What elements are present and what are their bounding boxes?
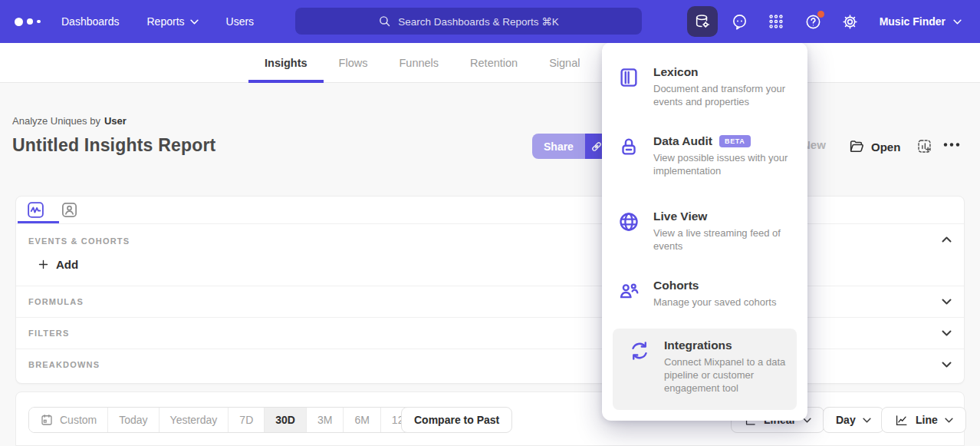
menu-item-integrations[interactable]: Integrations Connect Mixpanel to a data …	[628, 339, 792, 395]
breadcrumb: Analyze Uniques byUser	[12, 115, 127, 127]
tab-funnels[interactable]: Funnels	[399, 43, 439, 83]
add-event-button[interactable]: Add	[38, 258, 78, 271]
project-switcher[interactable]: Music Finder	[880, 0, 962, 43]
add-to-dashboard-button[interactable]	[916, 138, 932, 154]
plus-icon	[38, 259, 49, 270]
section-filters[interactable]: FILTERS	[16, 317, 964, 349]
builder-view-tabs	[16, 197, 964, 224]
interval-dropdown[interactable]: Day	[823, 407, 884, 433]
range-30d[interactable]: 30D	[264, 408, 306, 432]
menu-item-cohorts[interactable]: Cohorts Manage your saved cohorts	[617, 279, 792, 309]
navbar-icon-group	[687, 6, 865, 37]
profiles-view-tab[interactable]	[59, 200, 79, 220]
data-management-button[interactable]	[687, 6, 718, 37]
range-yesterday[interactable]: Yesterday	[159, 408, 229, 432]
help-button[interactable]	[797, 6, 828, 37]
screen: Dashboards Reports Users Search Dashboar…	[0, 0, 980, 446]
settings-gear-icon	[841, 13, 859, 31]
section-breakdowns[interactable]: BREAKDOWNS	[16, 349, 964, 380]
section-header: EVENTS & COHORTS	[28, 236, 130, 246]
chevron-down-icon	[942, 362, 952, 368]
data-audit-lock-icon	[617, 134, 640, 177]
more-options-button[interactable]	[942, 141, 961, 148]
date-range-segmented: Custom Today Yesterday 7D 30D 3M 6M 12M	[28, 407, 424, 433]
share-group: Share	[532, 134, 609, 159]
chevron-down-icon	[945, 418, 953, 423]
integrations-sync-icon	[628, 339, 651, 395]
tab-insights[interactable]: Insights	[265, 43, 307, 83]
range-custom[interactable]: Custom	[29, 408, 107, 432]
primary-nav: Dashboards Reports Users	[61, 0, 254, 43]
insights-chart-icon	[26, 200, 45, 220]
search-placeholder: Search Dashboards & Reports ⌘K	[398, 15, 558, 28]
folder-icon	[848, 138, 865, 155]
page-title[interactable]: Untitled Insights Report	[12, 135, 215, 156]
feedback-button[interactable]	[724, 6, 755, 37]
range-today[interactable]: Today	[107, 408, 158, 432]
tab-signal[interactable]: Signal	[549, 43, 580, 83]
menu-item-data-audit[interactable]: Data Audit BETA View possible issues wit…	[617, 134, 792, 177]
chevron-down-icon	[190, 19, 199, 25]
menu-item-lexicon[interactable]: Lexicon Document and transform your even…	[617, 65, 792, 108]
search-icon	[378, 15, 391, 28]
nav-reports[interactable]: Reports	[147, 15, 199, 28]
range-7d[interactable]: 7D	[228, 408, 264, 432]
chart-controls-card: Custom Today Yesterday 7D 30D 3M 6M 12M …	[15, 391, 965, 446]
chevron-down-icon	[863, 418, 871, 423]
nav-users[interactable]: Users	[226, 15, 255, 28]
range-6m[interactable]: 6M	[343, 408, 380, 432]
range-3m[interactable]: 3M	[306, 408, 343, 432]
share-button[interactable]: Share	[532, 134, 585, 159]
profile-icon	[61, 201, 78, 219]
top-navbar: Dashboards Reports Users Search Dashboar…	[0, 0, 980, 43]
feedback-bubble-icon	[731, 13, 748, 31]
chart-type-dropdown[interactable]: Line	[881, 407, 966, 433]
chevron-down-icon	[942, 330, 952, 336]
live-view-globe-icon	[617, 210, 640, 253]
data-management-icon	[694, 13, 711, 30]
data-management-menu: Lexicon Document and transform your even…	[602, 42, 807, 421]
chart-add-icon	[916, 138, 932, 154]
chevron-down-icon	[953, 19, 962, 25]
mixpanel-logo-icon[interactable]	[15, 0, 41, 43]
nav-dashboards[interactable]: Dashboards	[61, 15, 120, 28]
chevron-down-icon	[942, 299, 952, 305]
apps-grid-icon	[768, 13, 784, 30]
tab-retention[interactable]: Retention	[470, 43, 518, 83]
notification-dot	[817, 11, 824, 18]
line-chart-icon	[894, 413, 909, 428]
menu-item-live-view[interactable]: Live View View a live streaming feed of …	[617, 210, 792, 253]
section-formulas[interactable]: FORMULAS	[16, 286, 964, 317]
cohorts-people-icon	[617, 279, 640, 309]
section-events-cohorts: EVENTS & COHORTS Add	[16, 224, 964, 286]
beta-badge: BETA	[719, 135, 751, 147]
query-builder-card: EVENTS & COHORTS Add FORMULAS FILTERS BR…	[15, 196, 965, 384]
lexicon-icon	[617, 65, 640, 108]
metrics-view-tab[interactable]	[25, 200, 45, 220]
open-report-button[interactable]: Open	[848, 138, 900, 155]
compare-to-past-button[interactable]: Compare to Past	[401, 407, 512, 433]
report-tabbar: Insights Flows Funnels Retention Signal …	[0, 43, 980, 83]
more-dots-icon	[942, 141, 961, 148]
tab-flows[interactable]: Flows	[339, 43, 368, 83]
active-tab-underline	[18, 221, 59, 223]
apps-button[interactable]	[761, 6, 791, 37]
chevron-up-icon[interactable]	[942, 236, 952, 243]
calendar-icon	[40, 413, 54, 427]
settings-button[interactable]	[834, 6, 865, 37]
search-input[interactable]: Search Dashboards & Reports ⌘K	[295, 8, 642, 35]
project-name: Music Finder	[880, 15, 945, 28]
breadcrumb-value[interactable]: User	[104, 115, 127, 127]
